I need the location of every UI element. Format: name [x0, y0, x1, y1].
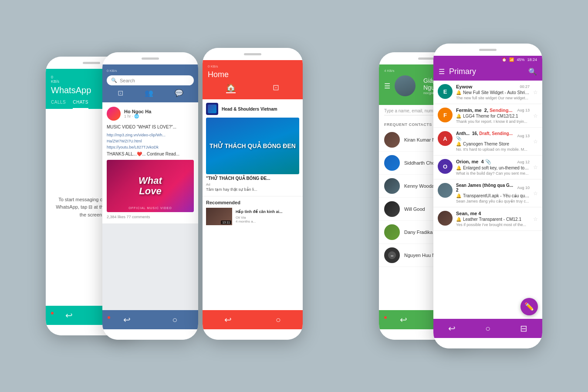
home-article: Head & Shoulders Vietnam THỬ THÁCH QUẢ B…: [203, 99, 303, 196]
email-item-fermin[interactable]: F Fermín, me 2, Sending... Aug 13 🔔 LGG4…: [433, 104, 542, 128]
home-body: Head & Shoulders Vietnam THỬ THÁCH QUẢ B…: [203, 99, 303, 310]
fb-poster-info: Ho Ngoc Ha 1 hr · 🌐: [124, 109, 151, 118]
fb-tab-feed[interactable]: ⊡: [118, 89, 123, 97]
email-content-sean: Sean, me 4 🔔 Leather Transparent - CM12.…: [456, 211, 530, 227]
tab-chats[interactable]: CHATS: [73, 100, 88, 109]
search-icon-fb: 🔍: [111, 78, 117, 83]
status-dot-4: [384, 316, 387, 319]
email-item-seanjames[interactable]: Sean James (thông qua G... 2 Aug 10 🔔 Tr…: [433, 179, 542, 207]
email-star-fermin[interactable]: ☆: [533, 113, 538, 119]
email-item-eywow[interactable]: E Eywow 00:27 🔔 New Full Site Widget - A…: [433, 81, 542, 104]
email-time-seanjames: Aug 10: [517, 186, 530, 190]
gm-header: ☰ Primary 🔍: [433, 64, 542, 81]
email-content-fermin: Fermín, me 2, Sending... Aug 13 🔔 LGG4 T…: [456, 108, 530, 124]
back-button-2[interactable]: ↩: [123, 314, 131, 325]
fb-post-link1[interactable]: http://mp3.zing.vn/video-clip/Wh...: [107, 133, 194, 137]
fb-search-bar[interactable]: 🔍 Search: [107, 75, 194, 85]
screen-facebook: 0 KB/s 🔍 Search ⊡ 👥 💬: [102, 64, 198, 329]
screen-home: 0 KB/s Home 🏠 ⊡ Head & Shoulders Vietnam: [203, 60, 303, 329]
email-star-orion[interactable]: ☆: [533, 164, 538, 170]
email-star-eywow[interactable]: ☆: [533, 89, 538, 95]
home-rec-item: 13:11 Hấp tình đế cân kinh ai... Oli Via…: [206, 208, 299, 225]
email-star-sean[interactable]: ☆: [533, 216, 538, 222]
phones-container: 0 KB/s WhatsApp CALLS CHATS To start mes…: [33, 26, 555, 366]
email-subject-row-orion: 🔔 Enlarged soft key, un-themed toggles.: [456, 166, 530, 170]
fb-post: Ho Ngoc Ha 1 hr · 🌐 MUSIC VIDEO "WHAT IS…: [102, 102, 198, 223]
contact-name-dany: Dany Fradika: [404, 230, 433, 235]
home-tab-bookmarks[interactable]: ⊡: [273, 83, 279, 93]
email-bullet-fermin: 🔔: [456, 114, 461, 118]
email-time-eywow: 00:27: [520, 84, 530, 89]
fb-post-thanks: THANKS ALL...❤️... Continue Read...: [107, 151, 194, 157]
fb-post-header: Ho Ngoc Ha 1 hr · 🌐: [107, 107, 194, 121]
fb-tab-friends[interactable]: 👥: [145, 89, 153, 97]
home-button-3[interactable]: ○: [276, 315, 281, 325]
speaker-5: [479, 49, 497, 51]
status-dot-1: [51, 312, 54, 314]
gm-signal-icon: 📶: [509, 57, 514, 62]
fb-kb: 0 KB/s: [107, 69, 194, 73]
fb-post-stats: 2,384 likes 77 comments: [107, 215, 194, 219]
email-item-sean[interactable]: Sean, me 4 🔔 Leather Transparent - CM12.…: [433, 207, 542, 231]
email-subject-row-eywow: 🔔 New Full Site Widget - Auto Shrinker ✏…: [456, 90, 530, 95]
home-article-desc: Tâm tạm hay thật sự bản li...: [206, 187, 299, 193]
phone-top-5: [433, 44, 542, 56]
home-rec-info: Hấp tình đế cân kinh ai... Oli Via 4 mon…: [236, 210, 299, 223]
gm-title: Primary: [449, 67, 476, 76]
back-button-1[interactable]: ↩: [65, 310, 73, 321]
fb-post-img-text: WhatLove: [139, 176, 162, 196]
email-time-orion: Aug 12: [517, 160, 530, 164]
fb-poster-avatar: [107, 107, 121, 121]
compose-fab[interactable]: ✏️: [520, 298, 538, 315]
home-title: Home: [208, 70, 229, 79]
contact-avatar-will: [384, 201, 400, 217]
ct-avatar-img: [395, 75, 416, 96]
recents-button-5[interactable]: ⊟: [520, 323, 527, 334]
home-nav-bar: ↩ ○: [203, 310, 303, 329]
gm-battery-text: 45%: [517, 57, 524, 62]
home-rec-channel: Oli Via: [236, 216, 299, 220]
fb-post-link3[interactable]: https://youtu.be/L827TJvkoDk: [107, 145, 194, 149]
home-tab-home[interactable]: 🏠: [226, 83, 236, 93]
home-article-img-text: THỬ THÁCH QUẢ BÓNG ĐEN: [206, 139, 299, 153]
tab-calls[interactable]: CALLS: [51, 100, 66, 109]
home-button-2[interactable]: ○: [172, 315, 177, 325]
email-row1-eywow: Eywow 00:27: [456, 84, 530, 89]
email-avatar-orion: O: [438, 159, 453, 174]
gm-status-bar: ⏰ 📶 45% 18:24: [433, 56, 542, 64]
email-sending-fermin: Sending...: [490, 108, 513, 113]
email-subject-row-seanjames: 🔔 TransparentUI.apk - Yêu cầu quyền tru.…: [456, 193, 530, 198]
status-dot-3: [208, 316, 210, 319]
back-button-5[interactable]: ↩: [448, 323, 456, 334]
email-avatar-seanjames: [438, 183, 453, 198]
email-item-orion[interactable]: O Orion, me 4 📎 Aug 12 🔔 Enlarged soft k…: [433, 155, 542, 179]
email-preview-eywow: The new full site widget Our new widget.…: [456, 96, 530, 100]
email-subject-row-fermin: 🔔 LGG4 Theme for CM12/12.1: [456, 114, 530, 118]
home-button-5[interactable]: ○: [485, 324, 490, 334]
home-logo-inner: [208, 105, 216, 113]
menu-icon-gmail[interactable]: ☰: [439, 68, 445, 76]
back-button-3[interactable]: ↩: [224, 314, 232, 325]
fb-tabs-row: ⊡ 👥 💬: [107, 89, 194, 99]
email-star-seanjames[interactable]: ☆: [533, 190, 538, 196]
speaker-3: [244, 53, 261, 55]
email-sender-eywow: Eywow: [456, 84, 472, 89]
contact-avatar-nguyen: ∞: [384, 247, 400, 263]
fb-search-text: Search: [120, 78, 135, 83]
home-rec-thumb: 13:11: [206, 208, 232, 225]
email-subject-sean: Leather Transparent - CM12.1: [463, 217, 521, 222]
phone-top-2: [102, 52, 198, 64]
back-button-4[interactable]: ↩: [400, 314, 407, 325]
screen-gmail: ⏰ 📶 45% 18:24 ☰ Primary 🔍 E Eywow: [433, 56, 542, 338]
ct-profile-avatar: [395, 75, 416, 96]
email-item-anth[interactable]: A Anth... 16, Draft, Sending... 📎 Aug 13…: [433, 128, 542, 155]
search-icon-gmail[interactable]: 🔍: [528, 68, 537, 76]
email-row1-anth: Anth... 16, Draft, Sending... 📎 Aug 13: [456, 131, 530, 141]
fb-tab-messages[interactable]: 💬: [175, 89, 183, 97]
fb-post-link2[interactable]: Ha/ZW7WZI7U.html: [107, 139, 194, 143]
email-avatar-sj-img: [438, 183, 453, 198]
email-bullet-eywow: 🔔: [456, 90, 461, 95]
menu-icon-contacts[interactable]: ☰: [384, 82, 390, 90]
email-star-anth[interactable]: ☆: [533, 139, 538, 145]
email-subject-anth: Cyanogen Theme Store: [463, 142, 509, 146]
